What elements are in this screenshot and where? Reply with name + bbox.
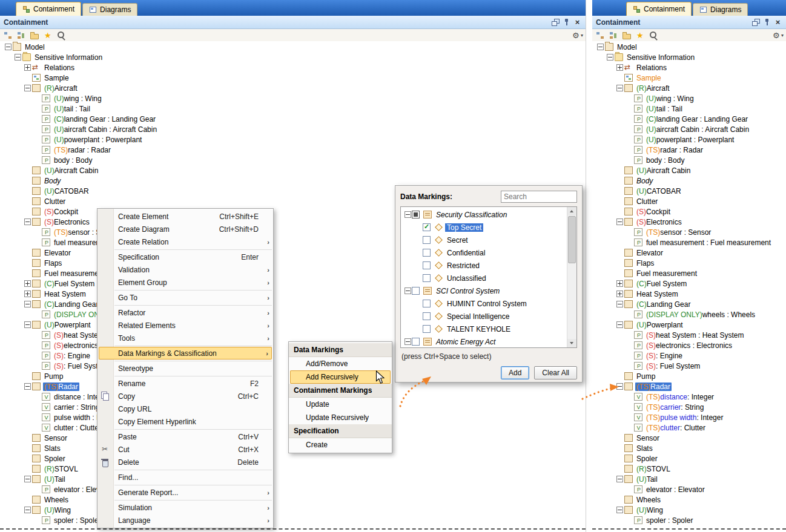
tree-row[interactable]: Pump [592,371,786,381]
tree-expander-plus[interactable] [616,280,623,287]
tree-row[interactable]: Clutter [592,196,786,206]
tab-containment[interactable]: Containment [626,2,692,16]
tree-expander-minus[interactable] [15,54,21,61]
favorites-icon[interactable] [42,30,54,41]
menu-item-create-relation[interactable]: Create Relation [97,235,273,248]
tree-row[interactable]: Fuel measurement [592,268,786,278]
pin-icon[interactable] [562,18,571,27]
tree-expander-plus[interactable] [24,64,31,71]
tree-row[interactable]: Spoler [592,453,786,464]
tree-row[interactable]: (R) STOVL [592,464,786,474]
tree-row[interactable]: Spoler [0,453,586,464]
tree-expander-minus[interactable] [616,301,623,307]
marking-row[interactable]: Atomic Energy Act [401,335,567,347]
tree-expander-minus[interactable] [607,54,613,61]
tree-row[interactable]: (C) Fuel System [592,278,786,289]
tree-row[interactable]: Sample [0,73,586,83]
tree-row[interactable]: Wheels [0,494,586,505]
checkbox-checked[interactable] [423,223,431,231]
tree-row[interactable]: (S) heat System : Heat System [592,330,786,340]
checkbox-unchecked[interactable] [412,338,420,346]
search-icon[interactable] [648,30,660,41]
marking-row[interactable]: Confidential [401,246,567,259]
tree-row[interactable]: (R) Aircraft [592,83,786,93]
collapse-icon[interactable] [2,30,15,41]
tree-row[interactable]: Body [592,176,786,186]
tree-row[interactable]: spoler : Spoler [0,515,586,525]
tab-diagrams[interactable]: Diagrams [693,3,748,16]
collapse-icon[interactable] [595,30,607,41]
tree-row[interactable]: Relations [0,62,586,73]
menu-item-create-diagram[interactable]: Create DiagramCtrl+Shift+D [97,223,273,235]
tree-row[interactable]: (TS) carrier : String [592,402,786,412]
tree-expander-minus[interactable] [597,44,604,50]
tree-expander-minus[interactable] [5,44,12,50]
tree-expander-plus[interactable] [616,64,623,71]
tree-expander-minus[interactable] [24,476,31,482]
menu-item-generate-report[interactable]: Generate Report... [97,486,273,499]
checkbox-unchecked[interactable] [423,325,431,333]
marking-row[interactable]: Secret [401,234,567,246]
tree-row[interactable]: (S) electronics : Electronics [592,340,786,350]
open-icon[interactable] [621,30,633,41]
tree-row[interactable]: Flaps [592,258,786,268]
scrollbar-thumb[interactable] [568,216,576,263]
menu-item-related-elements[interactable]: Related Elements [97,319,273,332]
submenu-item-create[interactable]: Create [289,438,392,452]
tree-row[interactable]: Sample [592,73,786,83]
menu-item-validation[interactable]: Validation [97,263,273,276]
tree-expander-minus[interactable] [24,321,31,328]
tree-row[interactable]: (C) Landing Gear [592,299,786,309]
menu-item-copy[interactable]: CopyCtrl+C [97,390,273,402]
tree-row[interactable]: Elevator [592,248,786,258]
tree-row[interactable]: body : Body [0,155,586,165]
tree-expander-plus[interactable] [616,291,623,297]
menu-item-data-markings-classification[interactable]: Data Markings & Classification [99,347,272,360]
open-icon[interactable] [29,30,41,41]
tree-row[interactable]: (U) wing : Wing [592,93,786,103]
submenu-item-update[interactable]: Update [289,398,392,411]
menu-item-element-group[interactable]: Element Group [97,276,273,289]
tree-expander-plus[interactable] [24,291,31,297]
menu-item-refactor[interactable]: Refactor [97,306,273,319]
marking-row[interactable]: Special Intelligence [401,310,567,323]
tree-expander-minus[interactable] [616,85,623,91]
menu-item-go-to[interactable]: Go To [97,291,273,304]
checkbox-unchecked[interactable] [423,249,431,257]
tree-row[interactable]: Model [592,42,786,52]
tree-row[interactable]: (U) wing : Wing [0,93,586,103]
marking-row[interactable]: Unclassified [401,272,567,284]
scrollbar-up-icon[interactable] [567,207,576,215]
menu-item-copy-element-hyperlink[interactable]: Copy Element Hyperlink [97,415,273,428]
tree-expander-minus[interactable] [24,383,31,390]
tree-expander-minus[interactable] [405,287,411,294]
tree-row[interactable]: body : Body [592,155,786,165]
tree-row[interactable]: (TS) radar : Radar [592,145,786,155]
right-containment-tree[interactable]: ModelSensitive InformationRelationsSampl… [592,41,786,532]
submenu-item-update-recursively[interactable]: Update Recursively [289,411,392,424]
float-icon[interactable] [751,18,761,27]
menu-item-language[interactable]: Language [97,514,273,527]
checkbox-unchecked[interactable] [412,287,420,295]
marking-row[interactable]: TALENT KEYHOLE [401,323,567,335]
tree-expander-minus[interactable] [24,218,31,225]
checkbox-unchecked[interactable] [423,236,431,244]
search-icon[interactable] [56,30,68,41]
tree-row[interactable]: (U) Aircraft Cabin [592,165,786,176]
menu-item-specification[interactable]: SpecificationEnter [97,251,273,263]
marking-row[interactable]: Security Classification [401,208,567,221]
tree-expander-minus[interactable] [616,321,623,328]
settings-icon[interactable] [571,30,583,41]
tree-row[interactable]: (S) : Engine [592,350,786,361]
menu-item-delete[interactable]: DeleteDelete [97,456,273,468]
tree-row[interactable]: (DISPLAY ONLY) wheels : Wheels [592,309,786,320]
tree-row[interactable]: Relations [592,62,786,73]
tree-row[interactable]: Slats [592,443,786,453]
menu-item-paste[interactable]: PasteCtrl+V [97,430,273,443]
tree-row[interactable]: elevator : Elevator [592,484,786,494]
menu-item-rename[interactable]: RenameF2 [97,377,273,390]
tree-row[interactable]: (U) tail : Tail [0,103,586,114]
dialog-search-input[interactable] [501,191,577,203]
marking-row[interactable]: SCI Control System [401,284,567,297]
marking-row[interactable]: Restricted [401,259,567,272]
